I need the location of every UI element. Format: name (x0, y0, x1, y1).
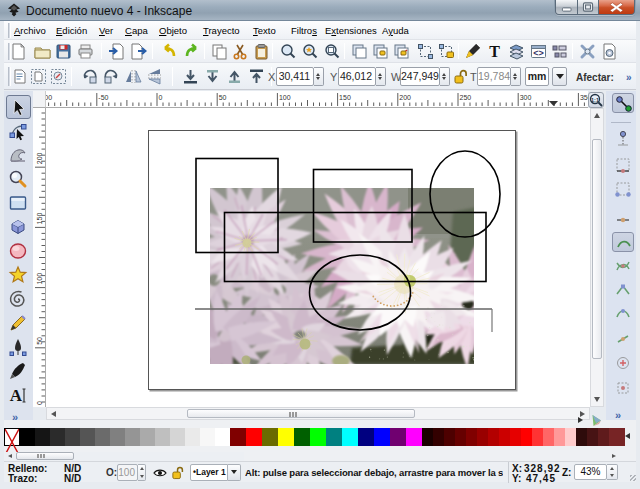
svg-text:0: 0 (159, 94, 163, 101)
svg-text:1:1: 1:1 (591, 97, 599, 103)
svg-text:-100: -100 (46, 94, 52, 101)
svg-text:0: 0 (36, 401, 43, 405)
svg-text:A: A (10, 386, 23, 405)
svg-text:-50: -50 (98, 94, 108, 101)
svg-text:200: 200 (399, 94, 411, 101)
svg-text:150: 150 (339, 94, 351, 101)
svg-text:200: 200 (36, 152, 43, 164)
svg-text:150: 150 (36, 213, 43, 225)
svg-text:100: 100 (279, 94, 291, 101)
svg-text:100: 100 (36, 273, 43, 285)
svg-text:50: 50 (36, 337, 43, 345)
svg-text:50: 50 (219, 94, 227, 101)
svg-text:<>: <> (533, 48, 544, 58)
svg-text:300: 300 (520, 94, 532, 101)
svg-text:350: 350 (580, 94, 588, 101)
svg-text:250: 250 (460, 94, 472, 101)
svg-text:T: T (489, 43, 500, 60)
